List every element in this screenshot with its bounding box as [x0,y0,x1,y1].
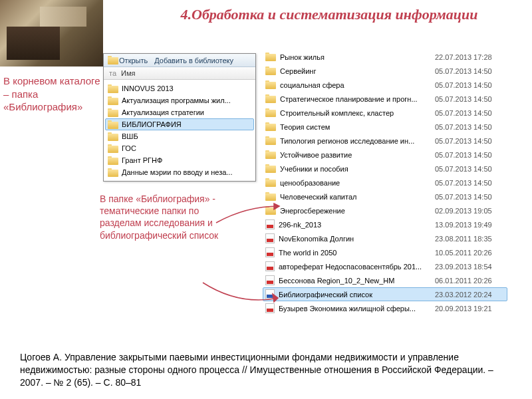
pdf-icon [265,261,275,271]
folder-icon [108,156,118,165]
folder-icon [108,120,118,129]
file-date: 05.07.2013 14:50 [435,151,505,159]
file-name: ценообразование [280,179,431,187]
explorer-toolbar: Открыть Добавить в библиотеку [104,54,255,67]
file-name: INNOVUS 2013 [122,84,251,92]
list-item[interactable]: NovEkonomika Долгин23.08.2011 18:35 [263,231,507,245]
arrow-annotation-1 [200,279,286,313]
list-item[interactable]: Рынок жилья22.07.2013 17:28 [263,50,507,64]
list-item[interactable]: Устойчивое развитие05.07.2013 14:50 [263,148,507,162]
file-date: 05.07.2013 14:50 [435,95,505,103]
folder-icon [108,108,118,117]
list-item[interactable]: Стратегическое планирование и прогн...05… [263,92,507,106]
folder-icon [108,56,117,63]
file-date: 10.05.2011 20:26 [435,249,505,257]
list-item[interactable]: Энергосбережение02.09.2013 19:05 [263,203,507,217]
list-item[interactable]: социальная сфера05.07.2013 14:50 [263,78,507,92]
file-date: 13.09.2013 19:49 [435,221,505,229]
list-item[interactable]: Учебники и пособия05.07.2013 14:50 [263,162,507,176]
file-name: NovEkonomika Долгин [279,235,431,243]
file-date: 05.07.2013 14:50 [435,81,505,89]
file-date: 02.09.2013 19:05 [435,207,505,215]
folder-icon [265,80,276,89]
folder-icon [108,168,118,177]
pdf-icon [265,247,275,257]
folder-list-right: Рынок жилья22.07.2013 17:28Сервейинг05.0… [263,50,507,315]
file-date: 23.03.2012 20:24 [435,291,505,299]
file-name: автореферат Недоспасовасентябрь 201... [279,263,431,271]
file-name: БИБЛИОГРАФИЯ [122,120,251,128]
list-item[interactable]: Грант РГНФ [105,154,254,166]
list-item[interactable]: Данные мэрии по вводу и неза... [105,166,254,178]
list-item[interactable]: 296-nk_201313.09.2013 19:49 [263,217,507,231]
pdf-icon [265,233,275,243]
folder-icon [108,84,118,93]
file-name: ВШБ [122,132,251,140]
file-name: Учебники и пособия [280,165,431,173]
folder-list-left: INNOVUS 2013Актуализация программы жил..… [104,80,255,181]
add-library-button[interactable]: Добавить в библиотеку [154,57,233,65]
folder-icon [108,144,118,153]
folder-icon [265,53,276,61]
folder-icon [265,164,276,173]
file-date: 05.07.2013 14:50 [435,137,505,145]
list-item[interactable]: Сервейинг05.07.2013 14:50 [263,64,507,78]
file-date: 05.07.2013 14:50 [435,109,505,117]
list-item[interactable]: Бузырев Экономика жилищной сферы...20.09… [263,301,507,315]
folder-icon [265,66,276,75]
file-date: 06.01.2011 20:26 [435,277,505,285]
list-item[interactable]: ВШБ [105,130,254,142]
folder-icon [265,122,276,131]
file-date: 05.07.2013 14:50 [435,67,505,75]
file-date: 05.07.2013 14:50 [435,165,505,173]
file-name: Грант РГНФ [122,156,251,164]
slide-title: 4.Обработка и систематизация информации [140,5,519,25]
list-item[interactable]: Типология регионов исследование ин...05.… [263,134,507,148]
file-date: 20.09.2013 19:21 [435,305,505,313]
list-item[interactable]: Актуализация стратегии [105,106,254,118]
file-name: Рынок жилья [280,53,431,61]
list-item[interactable]: Человеческий капитал05.07.2013 14:50 [263,190,507,203]
file-name: Бессонова Region_10_2_New_HM [279,277,431,285]
column-header[interactable]: та Имя [104,67,255,80]
caption-root-folder: В корневом каталоге – папка «Библиографи… [3,74,103,114]
file-date: 23.08.2011 18:35 [435,235,505,243]
file-name: Энергосбережение [280,207,431,215]
file-name: The world in 2050 [279,249,431,257]
file-name: Бузырев Экономика жилищной сферы... [279,305,431,313]
folder-icon [265,178,276,187]
folder-icon [108,132,118,141]
arrow-annotation-2 [213,203,286,229]
caption-bibliography: В папке «Библиография» - тематические па… [100,193,219,241]
bibliography-citation: Цогоев А. Управление закрытыми паевыми и… [20,351,512,389]
file-name: Библиографический список [279,291,431,299]
file-explorer-right: Рынок жилья22.07.2013 17:28Сервейинг05.0… [263,50,507,315]
file-name: Актуализация программы жил... [122,96,251,104]
list-item[interactable]: INNOVUS 2013 [105,82,254,94]
file-name: социальная сфера [280,81,431,89]
list-item[interactable]: Бессонова Region_10_2_New_HM06.01.2011 2… [263,273,507,287]
list-item[interactable]: Библиографический список23.03.2012 20:24 [263,287,507,301]
file-name: ГОС [122,144,251,152]
list-item[interactable]: ГОС [105,142,254,154]
list-item[interactable]: БИБЛИОГРАФИЯ [105,118,254,130]
list-item[interactable]: автореферат Недоспасовасентябрь 201...23… [263,259,507,273]
file-date: 22.07.2013 17:28 [435,53,505,61]
folder-icon [265,94,276,103]
folder-icon [108,96,118,105]
list-item[interactable]: Актуализация программы жил... [105,94,254,106]
list-item[interactable]: ценообразование05.07.2013 14:50 [263,176,507,190]
file-name: Теория систем [280,123,431,131]
sidebar-hint: та [109,69,121,77]
svg-marker-0 [273,294,278,302]
decorative-books-photo [0,0,103,66]
svg-marker-1 [274,203,279,209]
file-date: 05.07.2013 14:50 [435,123,505,131]
list-item[interactable]: Теория систем05.07.2013 14:50 [263,120,507,134]
file-name: Актуализация стратегии [122,108,251,116]
file-name: 296-nk_2013 [279,221,431,229]
list-item[interactable]: The world in 205010.05.2011 20:26 [263,245,507,259]
list-item[interactable]: Строительный комплекс, кластер05.07.2013… [263,106,507,120]
open-button[interactable]: Открыть [108,56,148,65]
file-name: Данные мэрии по вводу и неза... [122,168,251,176]
